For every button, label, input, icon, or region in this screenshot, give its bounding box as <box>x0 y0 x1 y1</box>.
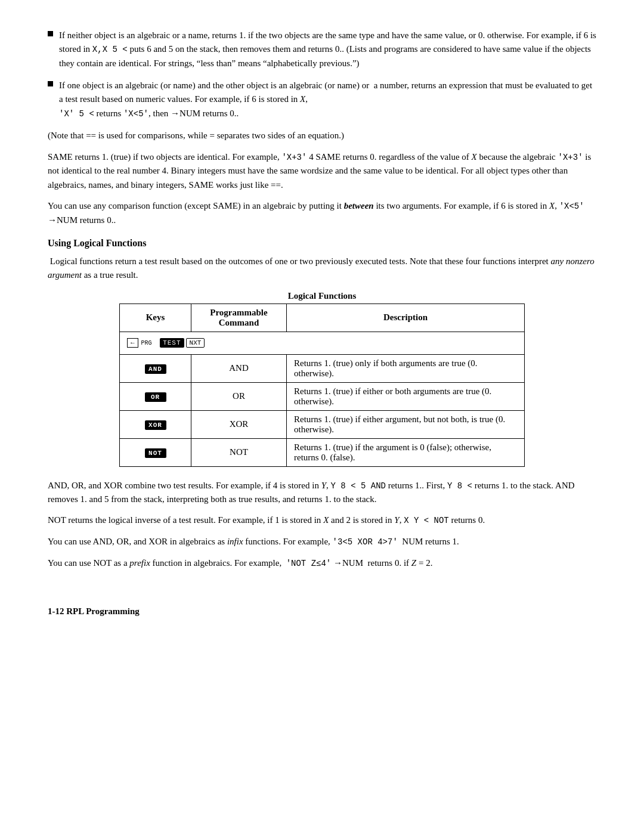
desc-and: Returns 1. (true) only if both arguments… <box>287 354 525 382</box>
arrow-key: ← <box>127 338 138 348</box>
table-row: XOR XOR Returns 1. (true) if either argu… <box>120 410 525 438</box>
para-comparison: You can use any comparison function (exc… <box>48 199 596 227</box>
key-or: OR <box>120 382 191 410</box>
mono-result2: 'X<5' <box>123 109 148 119</box>
mono-same1: 'X+3' <box>281 153 306 162</box>
nxt-button: NXT <box>186 338 205 348</box>
col-header-desc: Description <box>287 304 525 332</box>
table-row: OR OR Returns 1. (true) if either or bot… <box>120 382 525 410</box>
table-header-row: Keys ProgrammableCommand Description <box>120 304 525 332</box>
para-same: SAME returns 1. (true) if two objects ar… <box>48 150 596 192</box>
para-prefix: You can use NOT as a prefix function in … <box>48 556 596 571</box>
mono-comp1: 'X<5' <box>559 202 584 211</box>
section-heading-logical: Using Logical Functions <box>48 238 596 249</box>
key-button-not: NOT <box>145 448 166 458</box>
table-title: Logical Functions <box>48 289 596 303</box>
desc-xor: Returns 1. (true) if either argument, bu… <box>287 410 525 438</box>
key-button-xor: XOR <box>145 420 166 430</box>
key-button-and: AND <box>145 364 166 374</box>
para-not: NOT returns the logical inverse of a tes… <box>48 513 596 528</box>
bullet-item-1: If neither object is an algebraic or a n… <box>48 29 596 70</box>
mono-infix1: '3<5 XOR 4>7' <box>333 537 398 547</box>
prg-label: PRG <box>141 340 152 346</box>
mono-prefix1: 'NOT Z≤4' <box>286 559 332 568</box>
bullet-text-2: If one object is an algebraic (or name) … <box>59 79 596 120</box>
logical-functions-table: Keys ProgrammableCommand Description ← P… <box>119 304 525 467</box>
bullet-text-1: If neither object is an algebraic or a n… <box>59 29 596 70</box>
key-not: NOT <box>120 438 191 466</box>
bullet-item-2: If one object is an algebraic (or name) … <box>48 79 596 120</box>
page-footer: 1-12 RPL Programming <box>48 606 596 617</box>
col-header-keys: Keys <box>120 304 191 332</box>
bullet-icon-1 <box>48 31 53 36</box>
table-nav-row: ← PRG TEST NXT <box>120 332 525 354</box>
page-content: If neither object is an algebraic or a n… <box>48 29 596 617</box>
key-and: AND <box>120 354 191 382</box>
mono-expr1: X 5 < <box>103 45 128 54</box>
para-note: (Note that == is used for comparisons, w… <box>48 129 596 143</box>
key-button-or: OR <box>145 392 166 402</box>
para-infix: You can use AND, OR, and XOR in algebrai… <box>48 535 596 549</box>
table-row: AND AND Returns 1. (true) only if both a… <box>120 354 525 382</box>
test-button: TEST <box>160 338 184 348</box>
nav-row-container: ← PRG TEST NXT <box>127 336 517 351</box>
table-row: NOT NOT Returns 1. (true) if the argumen… <box>120 438 525 466</box>
bullet-icon-2 <box>48 81 53 86</box>
para-and-or-xor: AND, OR, and XOR combine two test result… <box>48 479 596 507</box>
cmd-or: OR <box>191 382 287 410</box>
mono-same2: 'X+3' <box>558 153 583 162</box>
mono-and1: Y 8 < 5 AND <box>331 481 386 491</box>
desc-not: Returns 1. (true) if the argument is 0 (… <box>287 438 525 466</box>
col-header-prog: ProgrammableCommand <box>191 304 287 332</box>
mono-expr2: 'X' 5 < <box>59 109 94 119</box>
key-xor: XOR <box>120 410 191 438</box>
cmd-and: AND <box>191 354 287 382</box>
mono-x1: X, <box>92 45 103 54</box>
table-nav-cell: ← PRG TEST NXT <box>120 332 525 354</box>
mono-and2: Y 8 < <box>447 481 472 491</box>
desc-or: Returns 1. (true) if either or both argu… <box>287 382 525 410</box>
cmd-not: NOT <box>191 438 287 466</box>
cmd-xor: XOR <box>191 410 287 438</box>
section-intro: Logical functions return a test result b… <box>48 255 596 283</box>
mono-not1: X Y < NOT <box>404 516 449 525</box>
